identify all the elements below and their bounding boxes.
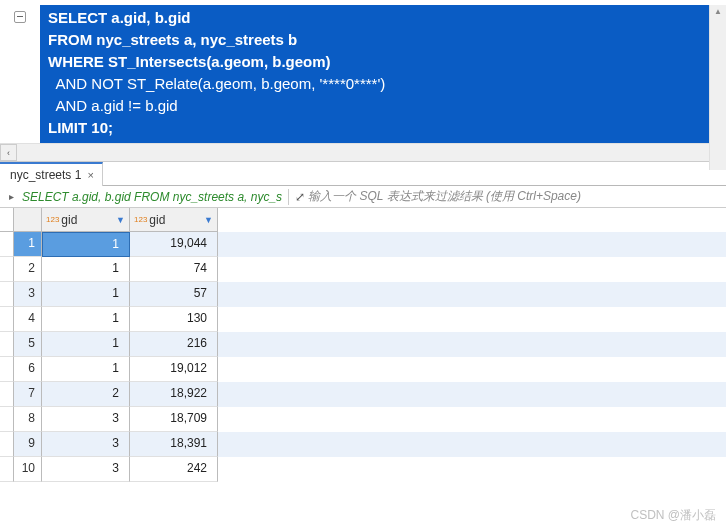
cell-gid-b[interactable]: 216: [130, 332, 218, 357]
row-number: 6: [14, 357, 42, 382]
sql-line: SELECT a.gid, b.gid: [48, 9, 191, 26]
row-side: [0, 407, 14, 432]
editor-gutter: [0, 5, 40, 23]
sql-line: LIMIT 10;: [48, 119, 113, 136]
cell-gid-a[interactable]: 1: [42, 307, 130, 332]
row-number: 1: [14, 232, 42, 257]
column-name: gid: [149, 213, 165, 227]
grid-header-row: 123 gid ▼ 123 gid ▼: [0, 208, 726, 232]
close-icon[interactable]: ×: [87, 169, 93, 181]
table-row[interactable]: 4 1 130: [0, 307, 726, 332]
cell-gid-b[interactable]: 130: [130, 307, 218, 332]
table-row[interactable]: 5 1 216: [0, 332, 726, 357]
watermark-text: CSDN @潘小磊: [630, 507, 716, 524]
grid-corner: [0, 208, 14, 232]
sql-line: FROM nyc_streets a, nyc_streets b: [48, 31, 297, 48]
datatype-number-icon: 123: [46, 215, 59, 224]
row-number-header: [14, 208, 42, 232]
row-number: 5: [14, 332, 42, 357]
cell-gid-b[interactable]: 242: [130, 457, 218, 482]
sort-indicator-icon[interactable]: ▼: [204, 215, 213, 225]
cell-gid-b[interactable]: 57: [130, 282, 218, 307]
row-number: 2: [14, 257, 42, 282]
cell-gid-a[interactable]: 1: [42, 282, 130, 307]
sql-editor[interactable]: SELECT a.gid, b.gid FROM nyc_streets a, …: [0, 0, 726, 162]
column-header-gid-2[interactable]: 123 gid ▼: [130, 208, 218, 232]
fold-icon[interactable]: [14, 11, 26, 23]
expand-icon[interactable]: ⤢: [295, 190, 304, 204]
cell-gid-a[interactable]: 3: [42, 432, 130, 457]
sql-code-block[interactable]: SELECT a.gid, b.gid FROM nyc_streets a, …: [40, 5, 710, 143]
column-name: gid: [61, 213, 77, 227]
row-number: 4: [14, 307, 42, 332]
cell-gid-b[interactable]: 18,391: [130, 432, 218, 457]
sort-indicator-icon[interactable]: ▼: [116, 215, 125, 225]
row-side: [0, 432, 14, 457]
cell-gid-a[interactable]: 1: [42, 357, 130, 382]
table-row[interactable]: 7 2 18,922: [0, 382, 726, 407]
datatype-number-icon: 123: [134, 215, 147, 224]
row-side: [0, 332, 14, 357]
row-number: 10: [14, 457, 42, 482]
separator: [288, 189, 289, 205]
filter-input[interactable]: 输入一个 SQL 表达式来过滤结果 (使用 Ctrl+Space): [308, 188, 581, 205]
table-row[interactable]: 9 3 18,391: [0, 432, 726, 457]
results-icon: ▸: [4, 190, 18, 204]
row-side: [0, 457, 14, 482]
query-summary-text: SELECT a.gid, b.gid FROM nyc_streets a, …: [22, 190, 282, 204]
row-number: 8: [14, 407, 42, 432]
cell-gid-a[interactable]: 2: [42, 382, 130, 407]
table-row[interactable]: 6 1 19,012: [0, 357, 726, 382]
scroll-left-icon[interactable]: ‹: [0, 144, 17, 161]
cell-gid-b[interactable]: 18,922: [130, 382, 218, 407]
table-row[interactable]: 8 3 18,709: [0, 407, 726, 432]
sql-line: AND a.gid != b.gid: [48, 97, 178, 114]
cell-gid-b[interactable]: 74: [130, 257, 218, 282]
cell-gid-a[interactable]: 3: [42, 457, 130, 482]
row-number: 7: [14, 382, 42, 407]
results-grid[interactable]: 123 gid ▼ 123 gid ▼ 1 1 19,044 2 1 74 3 …: [0, 208, 726, 482]
row-side: [0, 307, 14, 332]
table-row[interactable]: 2 1 74: [0, 257, 726, 282]
row-side: [0, 232, 14, 257]
cell-gid-b[interactable]: 19,012: [130, 357, 218, 382]
cell-gid-b[interactable]: 19,044: [130, 232, 218, 257]
row-number: 3: [14, 282, 42, 307]
row-side: [0, 282, 14, 307]
cell-gid-a[interactable]: 3: [42, 407, 130, 432]
cell-gid-b[interactable]: 18,709: [130, 407, 218, 432]
row-number: 9: [14, 432, 42, 457]
sql-line: WHERE ST_Intersects(a.geom, b.geom): [48, 53, 331, 70]
vertical-scrollbar[interactable]: [709, 5, 726, 170]
table-row[interactable]: 3 1 57: [0, 282, 726, 307]
tab-label: nyc_streets 1: [10, 168, 81, 182]
row-side: [0, 382, 14, 407]
cell-gid-a[interactable]: 1: [42, 257, 130, 282]
row-side: [0, 357, 14, 382]
sql-line: AND NOT ST_Relate(a.geom, b.geom, '****0…: [48, 75, 385, 92]
scroll-track[interactable]: [17, 144, 709, 161]
tab-nyc-streets-1[interactable]: nyc_streets 1 ×: [0, 162, 103, 186]
result-tab-strip: nyc_streets 1 ×: [0, 162, 726, 186]
column-header-gid-1[interactable]: 123 gid ▼: [42, 208, 130, 232]
cell-gid-a[interactable]: 1: [42, 232, 130, 257]
table-row[interactable]: 1 1 19,044: [0, 232, 726, 257]
table-row[interactable]: 10 3 242: [0, 457, 726, 482]
row-side: [0, 257, 14, 282]
query-info-bar: ▸ SELECT a.gid, b.gid FROM nyc_streets a…: [0, 186, 726, 208]
cell-gid-a[interactable]: 1: [42, 332, 130, 357]
horizontal-scrollbar[interactable]: ‹ ›: [0, 143, 726, 161]
